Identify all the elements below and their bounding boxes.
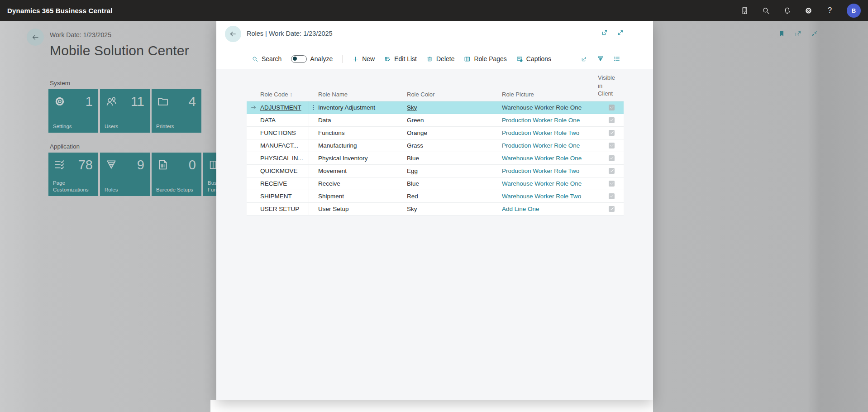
role-color-cell[interactable]: Sky — [407, 203, 502, 215]
topbar-actions: ? B — [740, 4, 861, 18]
toggle-knob — [293, 57, 297, 61]
app-title: Dynamics 365 Business Central — [7, 7, 113, 14]
captions-icon — [516, 56, 523, 62]
top-app-bar: Dynamics 365 Business Central ? B — [0, 0, 868, 21]
role-pages-button[interactable]: Role Pages — [464, 55, 506, 62]
visible-in-client-checkbox[interactable] — [609, 130, 615, 136]
role-color-cell[interactable]: Egg — [407, 165, 502, 177]
role-picture-cell[interactable]: Warehouse Worker Role One — [502, 152, 598, 164]
new-button[interactable]: New — [352, 55, 375, 62]
filter-icon[interactable] — [597, 55, 604, 62]
role-picture-cell[interactable]: Add Line One — [502, 203, 598, 215]
table-row[interactable]: QUICKMOVE ⋮ Movement Egg Production Work… — [247, 165, 624, 177]
role-color-cell[interactable]: Sky — [407, 101, 502, 114]
table-row[interactable]: RECEIVE ⋮ Receive Blue Warehouse Worker … — [247, 177, 624, 190]
role-code-cell[interactable]: MANUFACT... — [260, 139, 309, 152]
list-options-icon[interactable] — [613, 55, 620, 62]
table-body: ADJUSTMENT ⋮ Inventory Adjustment Sky Wa… — [247, 101, 624, 216]
role-picture-cell[interactable]: Production Worker Role Two — [502, 127, 598, 139]
columns-icon — [464, 56, 471, 62]
role-code-cell[interactable]: PHYSICAL IN... — [260, 152, 309, 164]
table-row[interactable]: USER SETUP ⋮ User Setup Sky Add Line One — [247, 203, 624, 216]
sort-ascending-icon: ↑ — [290, 91, 293, 98]
role-color-cell[interactable]: Blue — [407, 177, 502, 190]
role-code-cell[interactable]: QUICKMOVE — [260, 165, 309, 177]
column-header-role-picture[interactable]: Role Picture — [502, 91, 598, 98]
delete-button[interactable]: Delete — [426, 55, 454, 62]
role-code-cell[interactable]: USER SETUP — [260, 203, 309, 215]
column-header-role-color[interactable]: Role Color — [407, 91, 502, 98]
visible-in-client-checkbox[interactable] — [609, 155, 615, 161]
role-name-cell: Physical Inventory — [318, 152, 407, 164]
visible-in-client-cell — [598, 127, 624, 139]
role-name-cell: User Setup — [318, 203, 407, 215]
table-row[interactable]: FUNCTIONS ⋮ Functions Orange Production … — [247, 127, 624, 139]
role-color-cell[interactable]: Red — [407, 190, 502, 202]
table-row[interactable]: MANUFACT... ⋮ Manufacturing Grass Produc… — [247, 139, 624, 152]
visible-in-client-checkbox[interactable] — [609, 117, 615, 123]
company-icon[interactable] — [740, 6, 749, 15]
settings-icon[interactable] — [804, 6, 813, 15]
visible-in-client-cell — [598, 139, 624, 152]
column-header-role-name[interactable]: Role Name — [318, 91, 407, 98]
table-row[interactable]: SHIPMENT ⋮ Shipment Red Warehouse Worker… — [247, 190, 624, 203]
avatar[interactable]: B — [847, 4, 861, 18]
role-picture-cell[interactable]: Production Worker Role One — [502, 114, 598, 126]
selected-row-arrow-icon — [247, 101, 260, 114]
role-picture-cell[interactable]: Warehouse Worker Role One — [502, 177, 598, 190]
visible-in-client-cell — [598, 152, 624, 164]
role-picture-cell[interactable]: Production Worker Role One — [502, 139, 598, 152]
notifications-icon[interactable] — [783, 6, 792, 15]
search-icon — [252, 56, 258, 62]
role-picture-cell[interactable]: Warehouse Worker Role Two — [502, 190, 598, 202]
visible-in-client-checkbox[interactable] — [609, 181, 615, 187]
table-row[interactable]: ADJUSTMENT ⋮ Inventory Adjustment Sky Wa… — [247, 101, 624, 114]
analyze-toggle[interactable]: Analyze — [291, 55, 333, 63]
role-color-cell[interactable]: Orange — [407, 127, 502, 139]
column-header-visible-in-client[interactable]: Visible in Client — [598, 74, 619, 98]
visible-in-client-cell — [598, 101, 624, 114]
role-picture-cell[interactable]: Production Worker Role Two — [502, 165, 598, 177]
role-color-cell[interactable]: Grass — [407, 139, 502, 152]
dialog-back-button[interactable] — [225, 26, 241, 42]
visible-in-client-checkbox[interactable] — [609, 168, 615, 174]
role-name-cell: Inventory Adjustment — [318, 101, 407, 114]
role-code-cell[interactable]: DATA — [260, 114, 309, 126]
open-in-new-window-icon[interactable] — [601, 29, 608, 36]
visible-in-client-checkbox[interactable] — [609, 105, 615, 110]
role-code-cell[interactable]: FUNCTIONS — [260, 127, 309, 139]
visible-in-client-cell — [598, 165, 624, 177]
visible-in-client-checkbox[interactable] — [609, 143, 615, 149]
table-edit-icon — [384, 56, 391, 62]
toolbar-right-icons — [581, 55, 620, 62]
role-code-cell[interactable]: RECEIVE — [260, 177, 309, 190]
plus-icon — [352, 56, 359, 62]
search-icon[interactable] — [762, 6, 770, 15]
table-row[interactable]: DATA ⋮ Data Green Production Worker Role… — [247, 114, 624, 127]
visible-in-client-checkbox[interactable] — [609, 206, 615, 212]
share-icon[interactable] — [581, 55, 588, 62]
table-row[interactable]: PHYSICAL IN... ⋮ Physical Inventory Blue… — [247, 152, 624, 165]
visible-in-client-cell — [598, 114, 624, 126]
captions-button[interactable]: Captions — [516, 55, 551, 62]
maximize-icon[interactable] — [617, 29, 624, 36]
role-code-cell[interactable]: SHIPMENT — [260, 190, 309, 202]
dialog-header: Roles | Work Date: 1/23/2025 — [216, 20, 653, 47]
dialog-toolbar: Search Analyze New Edit List Delete Role… — [216, 52, 653, 66]
role-color-cell[interactable]: Blue — [407, 152, 502, 164]
background-dialog-edge — [210, 400, 653, 412]
dialog-title: Roles | Work Date: 1/23/2025 — [247, 30, 333, 37]
visible-in-client-checkbox[interactable] — [609, 193, 615, 199]
search-button[interactable]: Search — [252, 55, 281, 62]
visible-in-client-cell — [598, 177, 624, 190]
column-header-role-code[interactable]: Role Code ↑ — [260, 91, 309, 98]
toggle-switch[interactable] — [291, 55, 307, 63]
help-icon[interactable]: ? — [825, 6, 834, 15]
role-name-cell: Shipment — [318, 190, 407, 202]
role-name-cell: Movement — [318, 165, 407, 177]
role-color-cell[interactable]: Green — [407, 114, 502, 126]
row-options-icon[interactable]: ⋮ — [309, 101, 318, 114]
role-picture-cell[interactable]: Warehouse Worker Role One — [502, 101, 598, 114]
role-code-cell[interactable]: ADJUSTMENT — [260, 101, 309, 114]
edit-list-button[interactable]: Edit List — [384, 55, 417, 62]
